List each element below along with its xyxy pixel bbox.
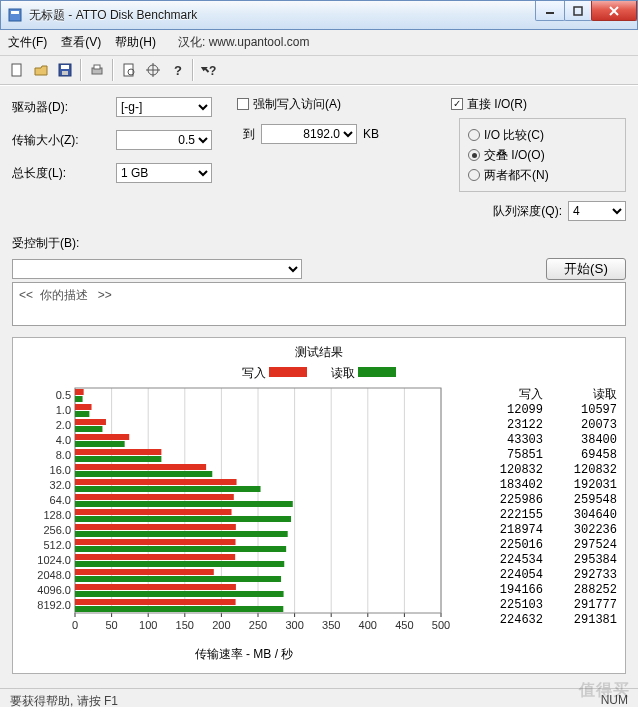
separator xyxy=(80,59,82,81)
svg-rect-81 xyxy=(75,524,236,530)
read-value: 288252 xyxy=(543,583,617,598)
save-icon[interactable] xyxy=(54,59,76,81)
controlled-by-label: 受控制于(B): xyxy=(12,235,79,252)
menu-help[interactable]: 帮助(H) xyxy=(115,34,156,51)
io-compare-radio[interactable] xyxy=(468,129,480,141)
io-neither-label: 两者都不(N) xyxy=(484,167,549,184)
description-textarea[interactable] xyxy=(12,282,626,326)
svg-rect-3 xyxy=(574,7,582,15)
svg-rect-91 xyxy=(75,576,281,582)
svg-rect-72 xyxy=(75,479,237,485)
svg-rect-54 xyxy=(75,389,84,395)
data-row: 7585169458 xyxy=(469,448,619,463)
title-bar: 无标题 - ATTO Disk Benchmark xyxy=(0,0,638,30)
col-write-header: 写入 xyxy=(469,386,543,403)
svg-rect-75 xyxy=(75,494,234,500)
svg-rect-87 xyxy=(75,554,235,560)
help-icon[interactable]: ? xyxy=(166,59,188,81)
print-icon[interactable] xyxy=(86,59,108,81)
svg-rect-70 xyxy=(75,471,212,477)
menu-view[interactable]: 查看(V) xyxy=(61,34,101,51)
data-row: 225986259548 xyxy=(469,493,619,508)
data-row: 224054292733 xyxy=(469,568,619,583)
svg-rect-94 xyxy=(75,591,284,597)
svg-text:8.0: 8.0 xyxy=(56,449,71,461)
data-row: 1209910597 xyxy=(469,403,619,418)
read-value: 20073 xyxy=(543,418,617,433)
svg-rect-61 xyxy=(75,426,102,432)
close-button[interactable] xyxy=(591,1,637,21)
svg-rect-0 xyxy=(9,9,21,21)
legend-green-swatch xyxy=(358,367,396,377)
start-button[interactable]: 开始(S) xyxy=(546,258,626,280)
svg-text:512.0: 512.0 xyxy=(43,539,71,551)
svg-text:?: ? xyxy=(209,64,216,77)
write-value: 224632 xyxy=(469,613,543,628)
write-value: 224534 xyxy=(469,553,543,568)
bar-chart: 0501001502002503003504004505000.51.02.04… xyxy=(19,386,451,644)
svg-text:350: 350 xyxy=(322,619,340,631)
data-row: 4330338400 xyxy=(469,433,619,448)
io-overlap-radio[interactable] xyxy=(468,149,480,161)
menu-file[interactable]: 文件(F) xyxy=(8,34,47,51)
svg-text:4096.0: 4096.0 xyxy=(37,584,71,596)
legend-write-swatch xyxy=(269,367,307,377)
svg-rect-73 xyxy=(75,486,261,492)
svg-text:150: 150 xyxy=(176,619,194,631)
drive-label: 驱动器(D): xyxy=(12,99,116,116)
results-title: 测试结果 xyxy=(19,344,619,361)
write-value: 194166 xyxy=(469,583,543,598)
read-value: 69458 xyxy=(543,448,617,463)
svg-text:128.0: 128.0 xyxy=(43,509,71,521)
write-value: 225016 xyxy=(469,538,543,553)
svg-text:400: 400 xyxy=(359,619,377,631)
context-help-icon[interactable]: ? xyxy=(198,59,220,81)
svg-text:300: 300 xyxy=(285,619,303,631)
svg-text:?: ? xyxy=(174,63,182,77)
read-value: 38400 xyxy=(543,433,617,448)
svg-text:500: 500 xyxy=(432,619,450,631)
svg-rect-97 xyxy=(75,606,283,612)
data-row: 218974302236 xyxy=(469,523,619,538)
svg-text:1.0: 1.0 xyxy=(56,404,71,416)
xfer-to-select[interactable]: 8192.0 xyxy=(261,124,357,144)
direct-io-checkbox[interactable] xyxy=(451,98,463,110)
io-overlap-label: 交叠 I/O(O) xyxy=(484,147,545,164)
xaxis-label: 传输速率 - MB / 秒 xyxy=(19,646,469,663)
translator-credit: 汉化: www.upantool.com xyxy=(178,34,309,51)
svg-rect-11 xyxy=(94,65,100,69)
open-icon[interactable] xyxy=(30,59,52,81)
results-panel: 测试结果 写入 读取 05010015020025030035040045050… xyxy=(12,337,626,674)
svg-rect-93 xyxy=(75,584,236,590)
read-value: 292733 xyxy=(543,568,617,583)
svg-rect-63 xyxy=(75,434,129,440)
io-compare-label: I/O 比较(C) xyxy=(484,127,544,144)
xfer-from-select[interactable]: 0.5 xyxy=(116,130,212,150)
target-icon[interactable] xyxy=(142,59,164,81)
legend-read-label: 读取 xyxy=(331,366,355,380)
force-write-checkbox[interactable] xyxy=(237,98,249,110)
length-select[interactable]: 1 GB xyxy=(116,163,212,183)
svg-rect-58 xyxy=(75,411,89,417)
data-row: 225103291777 xyxy=(469,598,619,613)
minimize-button[interactable] xyxy=(535,1,565,21)
data-row: 225016297524 xyxy=(469,538,619,553)
drive-select[interactable]: [-g-] xyxy=(116,97,212,117)
write-value: 225103 xyxy=(469,598,543,613)
maximize-button[interactable] xyxy=(564,1,592,21)
svg-text:64.0: 64.0 xyxy=(50,494,71,506)
qd-select[interactable]: 4 xyxy=(568,201,626,221)
read-value: 291381 xyxy=(543,613,617,628)
data-row: 120832120832 xyxy=(469,463,619,478)
svg-text:16.0: 16.0 xyxy=(50,464,71,476)
controlled-by-select[interactable] xyxy=(12,259,302,279)
svg-rect-55 xyxy=(75,396,83,402)
svg-rect-6 xyxy=(12,64,21,76)
to-label: 到 xyxy=(243,126,255,143)
io-neither-radio[interactable] xyxy=(468,169,480,181)
write-value: 222155 xyxy=(469,508,543,523)
preview-icon[interactable] xyxy=(118,59,140,81)
new-icon[interactable] xyxy=(6,59,28,81)
svg-rect-9 xyxy=(62,71,68,75)
toolbar: ? ? xyxy=(0,56,638,85)
